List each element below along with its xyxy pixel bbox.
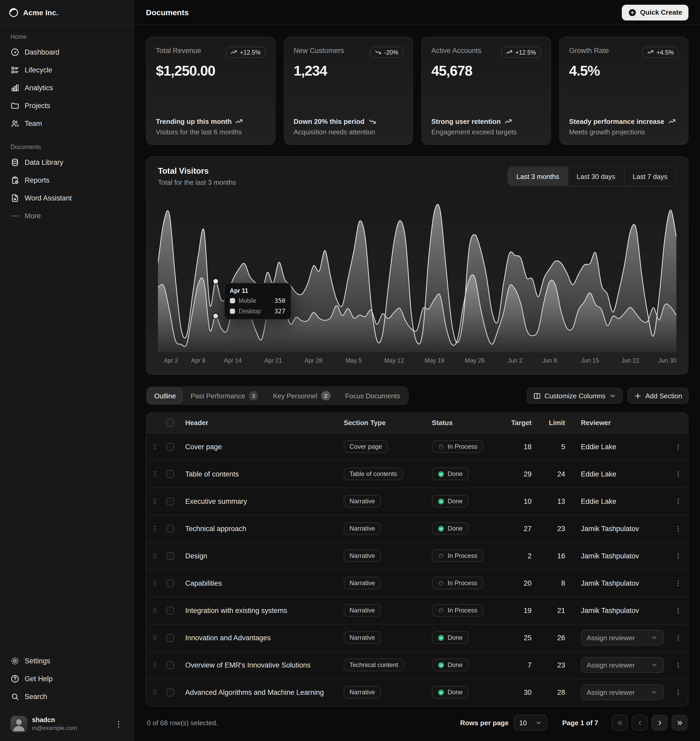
row-menu-button[interactable]	[671, 494, 685, 508]
limit-value[interactable]: 5	[543, 433, 577, 460]
target-value[interactable]: 27	[501, 515, 543, 542]
add-section-button[interactable]: Add Section	[628, 388, 688, 404]
row-menu-button[interactable]	[671, 603, 685, 617]
target-value[interactable]: 10	[501, 488, 543, 515]
row-checkbox[interactable]	[166, 525, 174, 532]
sidebar-item-team[interactable]: Team	[6, 115, 128, 132]
next-page-button[interactable]	[652, 715, 668, 731]
drag-handle-icon[interactable]	[151, 633, 159, 642]
sidebar-item-search[interactable]: Search	[6, 688, 128, 705]
limit-value[interactable]: 23	[543, 651, 577, 679]
sidebar-item-word-assistant[interactable]: Word Assistant	[6, 189, 128, 207]
select-all-checkbox[interactable]	[166, 419, 174, 427]
target-value[interactable]: 25	[501, 624, 543, 651]
sidebar-item-projects[interactable]: Projects	[6, 97, 128, 115]
row-checkbox[interactable]	[166, 688, 174, 696]
target-value[interactable]: 20	[501, 569, 543, 597]
acme-logo-icon	[9, 7, 19, 18]
quick-create-button[interactable]: Quick Create	[622, 4, 688, 20]
row-checkbox[interactable]	[166, 634, 174, 641]
assign-reviewer-select[interactable]: Assign reviewer	[581, 685, 664, 700]
drag-handle-icon[interactable]	[151, 606, 159, 615]
sidebar-brand[interactable]: Acme Inc.	[0, 0, 134, 25]
chart-plot[interactable]: Apr 11 Mobile350Desktop327	[158, 195, 676, 352]
sidebar-item-analytics[interactable]: Analytics	[6, 79, 128, 97]
sidebar-item-reports[interactable]: Reports	[6, 171, 128, 189]
x-tick: Apr 2	[164, 357, 178, 364]
sidebar-item-get-help[interactable]: Get Help	[6, 670, 128, 688]
row-checkbox[interactable]	[166, 579, 174, 587]
row-menu-button[interactable]	[671, 440, 685, 453]
tab-outline[interactable]: Outline	[147, 388, 182, 404]
limit-value[interactable]: 21	[543, 597, 577, 624]
sidebar-item-settings[interactable]: Settings	[6, 652, 128, 670]
row-header[interactable]: Capabilities	[185, 579, 222, 587]
limit-value[interactable]: 8	[543, 569, 577, 597]
limit-value[interactable]: 26	[543, 624, 577, 651]
sidebar-item-more[interactable]: More	[6, 207, 128, 225]
sidebar-item-lifecycle[interactable]: Lifecycle	[6, 61, 128, 79]
section-type-badge: Narrative	[344, 577, 381, 590]
row-header[interactable]: Overview of EMR's Innovative Solutions	[185, 661, 311, 669]
row-header[interactable]: Executive summary	[185, 497, 247, 505]
stat-value: 1,234	[294, 63, 403, 79]
limit-value[interactable]: 28	[543, 679, 577, 706]
row-header[interactable]: Innovation and Advantages	[185, 634, 271, 641]
first-page-button[interactable]	[612, 715, 628, 731]
assign-reviewer-select[interactable]: Assign reviewer	[581, 657, 664, 673]
row-checkbox[interactable]	[166, 497, 174, 505]
drag-handle-icon[interactable]	[151, 551, 159, 560]
target-value[interactable]: 19	[501, 597, 543, 624]
previous-page-button[interactable]	[632, 715, 647, 731]
row-checkbox[interactable]	[166, 661, 174, 669]
range-option-last-3-months[interactable]: Last 3 months	[508, 167, 568, 186]
range-option-last-30-days[interactable]: Last 30 days	[568, 167, 624, 186]
row-header[interactable]: Technical approach	[185, 525, 246, 532]
target-value[interactable]: 18	[501, 433, 543, 460]
row-menu-button[interactable]	[671, 467, 685, 481]
drag-handle-icon[interactable]	[151, 442, 159, 451]
drag-handle-icon[interactable]	[151, 469, 159, 479]
row-menu-button[interactable]	[671, 576, 685, 590]
drag-handle-icon[interactable]	[151, 688, 159, 697]
user-card[interactable]: shadcn m@example.com	[6, 713, 128, 736]
target-value[interactable]: 7	[501, 651, 543, 679]
customize-columns-button[interactable]: Customize Columns	[526, 388, 622, 404]
limit-value[interactable]: 16	[543, 542, 577, 569]
drag-handle-icon[interactable]	[151, 578, 159, 588]
limit-value[interactable]: 24	[543, 460, 577, 488]
drag-handle-icon[interactable]	[151, 660, 159, 670]
row-menu-button[interactable]	[671, 522, 685, 535]
rows-per-page-select[interactable]: 10	[514, 715, 547, 731]
user-menu-dots-icon[interactable]	[114, 719, 123, 729]
row-header[interactable]: Table of contents	[185, 470, 239, 478]
limit-value[interactable]: 23	[543, 515, 577, 542]
row-checkbox[interactable]	[166, 470, 174, 478]
range-option-last-7-days[interactable]: Last 7 days	[624, 167, 676, 186]
row-header[interactable]: Cover page	[185, 443, 222, 450]
drag-handle-icon[interactable]	[151, 524, 159, 533]
last-page-button[interactable]	[672, 715, 687, 731]
row-menu-button[interactable]	[671, 549, 685, 563]
sidebar-item-data-library[interactable]: Data Library	[6, 153, 128, 171]
target-value[interactable]: 2	[501, 542, 543, 569]
row-checkbox[interactable]	[166, 443, 174, 450]
row-checkbox[interactable]	[166, 552, 174, 560]
tab-past-performance[interactable]: Past Performance3	[184, 388, 265, 404]
row-menu-button[interactable]	[671, 631, 685, 644]
target-value[interactable]: 30	[501, 679, 543, 706]
row-header[interactable]: Integration with existing systems	[185, 606, 287, 614]
tab-focus-documents[interactable]: Focus Documents	[338, 388, 407, 404]
row-header[interactable]: Design	[185, 552, 207, 560]
row-menu-button[interactable]	[671, 686, 685, 699]
assign-reviewer-select[interactable]: Assign reviewer	[581, 630, 664, 645]
target-value[interactable]: 29	[501, 460, 543, 488]
row-header[interactable]: Advanced Algorithms and Machine Learning	[185, 688, 324, 696]
limit-value[interactable]: 13	[543, 488, 577, 515]
tab-key-personnel[interactable]: Key Personnel2	[266, 388, 337, 404]
row-checkbox[interactable]	[166, 606, 174, 614]
drag-handle-icon[interactable]	[151, 497, 159, 506]
row-menu-button[interactable]	[671, 658, 685, 672]
trending-up-icon	[504, 118, 512, 125]
sidebar-item-dashboard[interactable]: Dashboard	[6, 43, 128, 61]
